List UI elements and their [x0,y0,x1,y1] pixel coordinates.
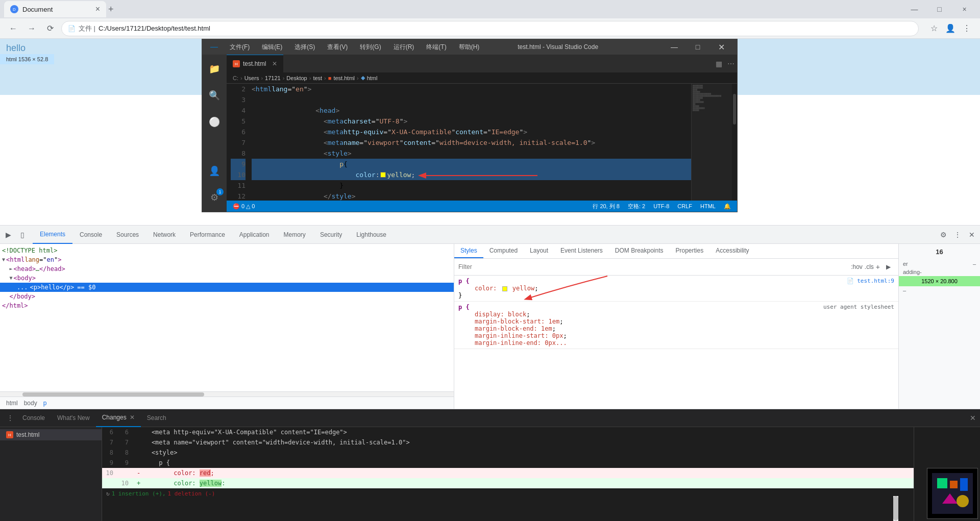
filter-pseudo-button[interactable]: :hov [851,263,863,270]
devtools-tab-application[interactable]: Application [232,226,277,244]
bottom-panel-close-button[interactable]: ✕ [970,414,976,422]
bottom-tab-console[interactable]: Console [16,409,51,427]
vscode-tab-more-icon[interactable]: ⋯ [725,58,737,70]
styles-tab-styles[interactable]: Styles [454,244,483,258]
filter-cls-button[interactable]: .cls [865,263,874,270]
head-triangle[interactable]: ► [9,264,12,274]
styles-tab-accessibility[interactable]: Accessibility [709,244,755,258]
minimize-button[interactable]: — [903,2,926,17]
element-line-html[interactable]: ▼ <html lang="en" > [0,255,454,264]
filter-arrow-icon[interactable]: ▶ [882,261,894,273]
filter-add-button[interactable]: + [876,263,880,271]
color-swatch-yellow[interactable] [502,286,507,291]
mbs-prop-name[interactable]: margin-block-start: [475,318,545,325]
element-line-html-close[interactable]: </html> [0,301,454,310]
vscode-status-spaces[interactable]: 空格: 2 [626,203,647,210]
breadcrumb-html-item[interactable]: html [4,399,20,408]
mbe-prop-name[interactable]: margin-block-end: [475,325,537,332]
vscode-status-language[interactable]: HTML [698,203,718,210]
vscode-menu-terminal[interactable]: 终端(T) [422,42,450,53]
vscode-tab-testhtml[interactable]: H test.html ✕ [227,55,283,72]
devtools-tab-sources[interactable]: Sources [109,226,146,244]
vscode-code-editor[interactable]: 2 3 4 5 6 7 8 9 10 11 12 13 14 15 [227,84,737,201]
devtools-tab-console[interactable]: Console [72,226,109,244]
styles-tab-properties[interactable]: Properties [670,244,710,258]
vscode-status-position[interactable]: 行 20, 列 8 [591,203,622,210]
elements-scrollbar-thumb-h[interactable] [22,392,204,396]
devtools-tab-security[interactable]: Security [313,226,349,244]
html-triangle[interactable]: ▼ [2,255,5,264]
browser-tab-document[interactable]: D Document × [4,1,106,17]
devtools-cursor-icon[interactable]: ▶ [2,229,14,241]
style-source-1[interactable]: 📄 test.html:9 [847,278,894,285]
vscode-tab-close-icon[interactable]: ✕ [272,60,277,67]
close-button[interactable]: × [953,2,976,17]
vscode-minimize-button[interactable]: — [663,39,686,55]
styles-tab-event-listeners[interactable]: Event Listeners [554,244,609,258]
maximize-button[interactable]: □ [928,2,951,17]
vscode-explorer-icon[interactable]: 📁 [202,57,227,81]
bookmark-button[interactable]: ☆ [927,21,941,36]
vscode-menu-view[interactable]: 查看(V) [323,42,352,53]
devtools-tab-lighthouse[interactable]: Lighthouse [349,226,394,244]
bottom-tab-changes[interactable]: Changes ✕ [96,409,141,427]
code-content[interactable]: <html lang="en"> <head> <meta charset="U… [250,84,691,201]
devtools-tab-memory[interactable]: Memory [277,226,313,244]
vscode-close-button[interactable]: ✕ [709,39,733,55]
devtools-tab-network[interactable]: Network [146,226,183,244]
vscode-status-errors[interactable]: ⛔ 0 △ 0 [231,203,257,210]
bottom-panel-more-icon[interactable]: ⋮ [4,412,16,424]
styles-filter-input[interactable] [458,263,849,270]
p-selector-1[interactable]: p { [458,278,470,285]
element-line-body-close[interactable]: </body> [0,292,454,301]
bottom-tab-whats-new[interactable]: What's New [51,409,96,427]
element-line-doctype[interactable]: <!DOCTYPE html> [0,246,454,255]
vscode-status-lineending[interactable]: CRLF [675,203,694,210]
vscode-tab-layout-icon[interactable]: ▦ [713,58,725,70]
vscode-menu-goto[interactable]: 转到(G) [356,42,385,53]
breadcrumb-p-item[interactable]: p [41,399,49,408]
vscode-maximize-button[interactable]: □ [686,39,709,55]
mis-prop-name[interactable]: margin-inline-start: [475,332,549,339]
address-input[interactable]: 📄 文件 | C:/Users/17121/Desktop/test/test.… [61,21,919,36]
devtools-close-icon[interactable]: ✕ [966,229,978,241]
file-item-testhtml[interactable]: H test.html [0,429,102,440]
vscode-menu-edit[interactable]: 编辑(E) [258,42,286,53]
bottom-tab-search[interactable]: Search [141,409,173,427]
tab-close-button[interactable]: × [95,5,100,14]
back-button[interactable]: ← [6,21,20,36]
devtools-settings-icon[interactable]: ⚙ [937,229,949,241]
display-prop-name[interactable]: display: [475,311,504,318]
styles-tab-dom-breakpoints[interactable]: DOM Breakpoints [609,244,670,258]
vscode-account-icon[interactable]: 👤 [202,159,227,183]
elements-scrollbar-h[interactable] [0,391,454,396]
p-selector-2[interactable]: p { [458,304,470,311]
vscode-search-icon[interactable]: 🔍 [202,83,227,108]
profile-button[interactable]: 👤 [943,21,958,36]
breadcrumb-body-item[interactable]: body [22,399,39,408]
styles-tab-computed[interactable]: Computed [483,244,524,258]
vscode-scrollbar-thumb[interactable] [733,94,736,125]
vscode-menu-select[interactable]: 选择(S) [290,42,319,53]
devtools-device-icon[interactable]: ▯ [16,229,29,241]
vscode-scrollbar-v[interactable] [732,84,737,201]
vscode-menu-file[interactable]: 文件(F) [226,42,254,53]
element-line-body-open[interactable]: ▼ <body> [0,274,454,283]
devtools-more-icon[interactable]: ⋮ [951,229,964,241]
styles-tab-layout[interactable]: Layout [524,244,554,258]
element-line-p-selected[interactable]: ... <p> hello </p> == $0 [0,283,454,292]
color-prop-name[interactable]: color: [475,285,497,292]
reload-button[interactable]: ⟳ [43,21,57,36]
vscode-status-encoding[interactable]: UTF-8 [651,203,671,210]
devtools-tab-performance[interactable]: Performance [183,226,232,244]
menu-button[interactable]: ⋮ [960,21,974,36]
vscode-source-control-icon[interactable]: ⚪ [202,110,227,134]
mie-prop-name[interactable]: margin-inline-end: [475,339,541,346]
forward-button[interactable]: → [24,21,39,36]
devtools-tab-elements[interactable]: Elements [33,226,72,244]
vscode-status-bell[interactable]: 🔔 [722,203,733,210]
vscode-menu-help[interactable]: 帮助(H) [455,42,484,53]
body-triangle[interactable]: ▼ [9,274,12,283]
changes-close-icon[interactable]: ✕ [130,414,135,421]
vscode-menu-run[interactable]: 运行(R) [389,42,419,53]
